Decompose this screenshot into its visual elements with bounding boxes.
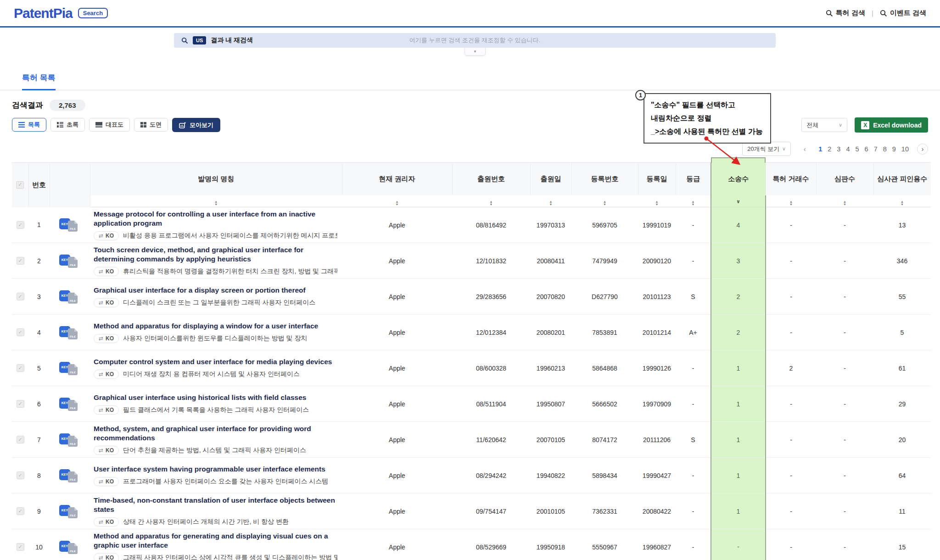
patent-title[interactable]: Method, system, and graphical user inter… xyxy=(94,424,337,443)
patent-title[interactable]: Computer control system and user interfa… xyxy=(94,357,337,366)
sort-deals[interactable]: ▲▼ xyxy=(766,195,816,207)
registration-number-cell: 7479949 xyxy=(571,243,638,279)
page-number-1[interactable]: 1 xyxy=(818,145,822,153)
page-number-7[interactable]: 7 xyxy=(874,145,878,153)
file-icon[interactable]: FILE xyxy=(68,507,78,518)
view-drawing-button[interactable]: 도면 xyxy=(134,118,168,132)
header-app-no[interactable]: 출원번호 xyxy=(452,163,530,195)
sort-reg-no[interactable]: ▲▼ xyxy=(571,195,638,207)
ko-translate-badge[interactable]: ⇄KO xyxy=(94,334,119,343)
page-number-10[interactable]: 10 xyxy=(901,145,909,153)
sort-lawsuits-desc[interactable]: ∨ xyxy=(711,195,766,207)
assignee-cell: Apple xyxy=(342,458,452,493)
gather-view-button[interactable]: 모아보기 xyxy=(172,118,220,132)
file-icon[interactable]: FILE xyxy=(68,436,78,447)
patent-title[interactable]: Graphical user interface for a display s… xyxy=(94,286,337,295)
page-number-4[interactable]: 4 xyxy=(846,145,850,153)
row-checkbox[interactable]: ✓ xyxy=(17,436,24,444)
nav-event-search[interactable]: 이벤트 검색 xyxy=(880,9,926,17)
header-deals[interactable]: 특허 거래수 xyxy=(766,163,816,195)
excel-download-label: Excel download xyxy=(873,122,922,129)
sort-reg-date[interactable]: ▲▼ xyxy=(638,195,676,207)
file-icon[interactable]: FILE xyxy=(68,364,78,375)
header-trials[interactable]: 심판수 xyxy=(816,163,873,195)
header-title[interactable]: 발명의 명칭 xyxy=(90,163,342,195)
row-checkbox[interactable]: ✓ xyxy=(17,507,24,515)
file-icon[interactable]: FILE xyxy=(68,400,78,411)
research-bar[interactable]: US 결과 내 재검색 여기를 누르면 검색 조건을 재조정할 수 있습니다. xyxy=(174,33,776,48)
lawsuit-count-cell: 4 xyxy=(711,207,766,243)
header-lawsuits[interactable]: 소송수 xyxy=(711,163,766,195)
view-list-button[interactable]: 목록 xyxy=(12,118,46,132)
row-checkbox[interactable]: ✓ xyxy=(17,221,24,229)
patent-title[interactable]: Graphical user interface using historica… xyxy=(94,393,337,402)
file-icon[interactable]: FILE xyxy=(68,221,78,232)
ko-translate-badge[interactable]: ⇄KO xyxy=(94,267,119,276)
patent-title[interactable]: Time-based, non-constant translation of … xyxy=(94,496,337,514)
excel-download-button[interactable]: X Excel download xyxy=(855,117,928,133)
sort-title[interactable]: ▲▼ xyxy=(90,195,342,207)
per-page-select[interactable]: 20개씩 보기 ∨ xyxy=(742,142,791,156)
page-number-5[interactable]: 5 xyxy=(855,145,859,153)
application-date-cell: 20080201 xyxy=(530,315,571,350)
header-assignee[interactable]: 현재 권리자 xyxy=(342,163,452,195)
header-app-date[interactable]: 출원일 xyxy=(530,163,571,195)
page-number-9[interactable]: 9 xyxy=(892,145,896,153)
row-checkbox[interactable]: ✓ xyxy=(17,543,24,551)
page-number-8[interactable]: 8 xyxy=(883,145,887,153)
patent-title[interactable]: Message protocol for controlling a user … xyxy=(94,210,337,228)
select-all-checkbox[interactable]: ✓ xyxy=(16,181,24,189)
page-number-2[interactable]: 2 xyxy=(828,145,831,153)
file-icon[interactable]: FILE xyxy=(68,293,78,304)
page-number-6[interactable]: 6 xyxy=(865,145,868,153)
patent-title[interactable]: Method and apparatus for displaying a wi… xyxy=(94,322,337,331)
nav-patent-search[interactable]: 특허 검색 xyxy=(826,9,865,17)
ko-translate-badge[interactable]: ⇄KO xyxy=(94,477,119,486)
ko-translate-badge[interactable]: ⇄KO xyxy=(94,517,119,527)
file-icon[interactable]: FILE xyxy=(68,257,78,268)
ko-translate-badge[interactable]: ⇄KO xyxy=(94,553,119,560)
ko-translate-badge[interactable]: ⇄KO xyxy=(94,370,119,379)
patent-title[interactable]: User interface system having programmabl… xyxy=(94,465,337,474)
header-citations[interactable]: 심사관 피인용수 xyxy=(873,163,931,195)
sort-app-no[interactable]: ▲▼ xyxy=(452,195,530,207)
row-checkbox[interactable]: ✓ xyxy=(17,293,24,300)
ko-translate-badge[interactable]: ⇄KO xyxy=(94,446,119,455)
tab-patent-list[interactable]: 특허 목록 xyxy=(22,72,56,90)
row-checkbox[interactable]: ✓ xyxy=(17,328,24,336)
file-icon[interactable]: FILE xyxy=(68,471,78,482)
annotation-step-badge: 1 xyxy=(635,90,646,100)
file-icon[interactable]: FILE xyxy=(68,543,78,554)
chevron-down-icon: ∨ xyxy=(839,122,842,128)
ko-label: KO xyxy=(106,478,114,485)
view-rep-drawing-button[interactable]: 대표도 xyxy=(89,118,130,132)
lawsuit-count-cell: 1 xyxy=(711,350,766,386)
sort-app-date[interactable]: ▲▼ xyxy=(530,195,571,207)
sort-assignee[interactable]: ▲▼ xyxy=(342,195,452,207)
row-checkbox[interactable]: ✓ xyxy=(17,364,24,372)
chevron-down-icon: ∨ xyxy=(782,146,786,152)
header-reg-no[interactable]: 등록번호 xyxy=(571,163,638,195)
patent-title[interactable]: Method and apparatus for generating and … xyxy=(94,532,337,550)
row-number: 6 xyxy=(28,386,50,422)
file-icon[interactable]: FILE xyxy=(68,328,78,339)
brand-logo[interactable]: PatentPia Search xyxy=(14,6,108,21)
next-page-button[interactable]: › xyxy=(917,144,928,155)
header-grade[interactable]: 등급 xyxy=(676,163,711,195)
prev-page-button[interactable]: ‹ xyxy=(799,144,810,155)
view-abstract-button[interactable]: 초록 xyxy=(50,118,85,132)
row-checkbox[interactable]: ✓ xyxy=(17,257,24,265)
ko-translate-badge[interactable]: ⇄KO xyxy=(94,298,119,307)
row-checkbox[interactable]: ✓ xyxy=(17,471,24,479)
ko-translate-badge[interactable]: ⇄KO xyxy=(94,405,119,415)
patent-title[interactable]: Touch screen device, method, and graphic… xyxy=(94,245,337,264)
filter-select[interactable]: 전체 ∨ xyxy=(801,118,847,132)
page-number-3[interactable]: 3 xyxy=(837,145,840,153)
header-reg-date[interactable]: 등록일 xyxy=(638,163,676,195)
sort-citations[interactable]: ▲▼ xyxy=(873,195,931,207)
sort-trials[interactable]: ▲▼ xyxy=(816,195,873,207)
sort-grade[interactable]: ▲▼ xyxy=(676,195,711,207)
ko-translate-badge[interactable]: ⇄KO xyxy=(94,231,119,240)
row-checkbox[interactable]: ✓ xyxy=(17,400,24,408)
search-collapse-handle[interactable]: ▼ xyxy=(464,48,486,55)
